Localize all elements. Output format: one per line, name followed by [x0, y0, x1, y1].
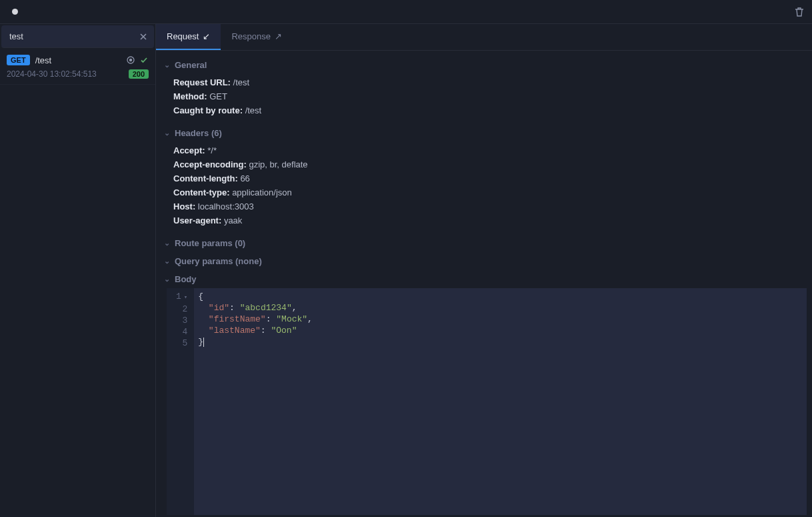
- section-general-header[interactable]: ⌄ General: [160, 56, 807, 74]
- search-row: [1, 25, 154, 48]
- section-headers-header[interactable]: ⌄ Headers (6): [160, 124, 807, 142]
- request-path: /test: [35, 55, 121, 65]
- hdr-host-key: Host:: [173, 201, 195, 211]
- trash-icon[interactable]: [795, 7, 804, 17]
- hdr-ua-key: User-agent:: [173, 215, 221, 225]
- section-general-title: General: [175, 60, 207, 70]
- hdr-host-value: localhost:3003: [198, 201, 254, 211]
- target-icon: [126, 55, 135, 65]
- fold-icon[interactable]: ▾: [184, 294, 187, 301]
- tab-response-label: Response: [231, 31, 271, 41]
- general-url-value: /test: [233, 77, 250, 87]
- section-headers-title: Headers (6): [175, 128, 222, 138]
- section-headers-body: Accept: */* Accept-encoding: gzip, br, d…: [160, 142, 807, 234]
- section-query-params-header[interactable]: ⌄ Query params (none): [160, 252, 807, 270]
- hdr-accept-value: */*: [207, 145, 217, 155]
- top-bar: [0, 0, 812, 24]
- request-list-item[interactable]: GET /test 2024-04-30 13:02:54:513 200: [0, 49, 155, 85]
- request-timestamp: 2024-04-30 13:02:54:513: [7, 69, 97, 79]
- main-panel: Request ↙ Response ↗ ⌄ General Request U…: [156, 24, 812, 517]
- collapse-icon: ⌄: [163, 61, 171, 69]
- hdr-clen-key: Content-length:: [173, 173, 238, 183]
- collapse-icon: ⌄: [163, 239, 171, 247]
- general-method-key: Method:: [173, 91, 207, 101]
- section-route-params-header[interactable]: ⌄ Route params (0): [160, 234, 807, 252]
- collapse-icon: ⌄: [163, 129, 171, 137]
- code-lines[interactable]: { "id": "abcd1234", "firstName": "Mock",…: [194, 288, 807, 515]
- hdr-ctype-key: Content-type:: [173, 187, 230, 197]
- section-query-params-title: Query params (none): [175, 256, 262, 266]
- hdr-clen-value: 66: [240, 173, 249, 183]
- hdr-acceptenc-key: Accept-encoding:: [173, 159, 247, 169]
- hdr-ua-value: yaak: [224, 215, 242, 225]
- content-area: ⌄ General Request URL: /test Method: GET…: [156, 51, 812, 517]
- body-code-editor[interactable]: 1▾ 2 3 4 5 { "id": "abcd1234", "firstNam…: [167, 288, 807, 515]
- collapse-icon: ⌄: [163, 257, 171, 266]
- status-badge: 200: [129, 69, 149, 79]
- section-general-body: Request URL: /test Method: GET Caught by…: [160, 74, 807, 124]
- tab-request[interactable]: Request ↙: [156, 24, 221, 50]
- tabs: Request ↙ Response ↗: [156, 24, 812, 51]
- record-indicator-icon: [12, 9, 18, 15]
- arrow-out-icon: ↗: [275, 31, 282, 41]
- method-badge: GET: [7, 55, 30, 65]
- arrow-in-icon: ↙: [203, 31, 210, 41]
- search-input[interactable]: [5, 29, 137, 44]
- general-caught-value: /test: [245, 105, 262, 115]
- hdr-accept-key: Accept:: [173, 145, 205, 155]
- general-method-value: GET: [209, 91, 227, 101]
- tab-response[interactable]: Response ↗: [221, 24, 293, 50]
- general-url-key: Request URL:: [173, 77, 231, 87]
- check-icon: [139, 55, 149, 65]
- sidebar: GET /test 2024-04-30 13:02:54:513 200: [0, 24, 156, 517]
- tab-request-label: Request: [167, 31, 199, 41]
- section-body-header[interactable]: ⌄ Body: [160, 270, 807, 288]
- section-body-title: Body: [175, 274, 197, 284]
- hdr-ctype-value: application/json: [232, 187, 292, 197]
- text-cursor: [203, 338, 204, 347]
- hdr-acceptenc-value: gzip, br, deflate: [249, 159, 307, 169]
- section-route-params-title: Route params (0): [175, 238, 245, 248]
- clear-search-icon[interactable]: [137, 30, 150, 43]
- collapse-icon: ⌄: [163, 275, 171, 284]
- code-gutter: 1▾ 2 3 4 5: [167, 288, 194, 515]
- svg-point-1: [129, 59, 131, 61]
- general-caught-key: Caught by route:: [173, 105, 243, 115]
